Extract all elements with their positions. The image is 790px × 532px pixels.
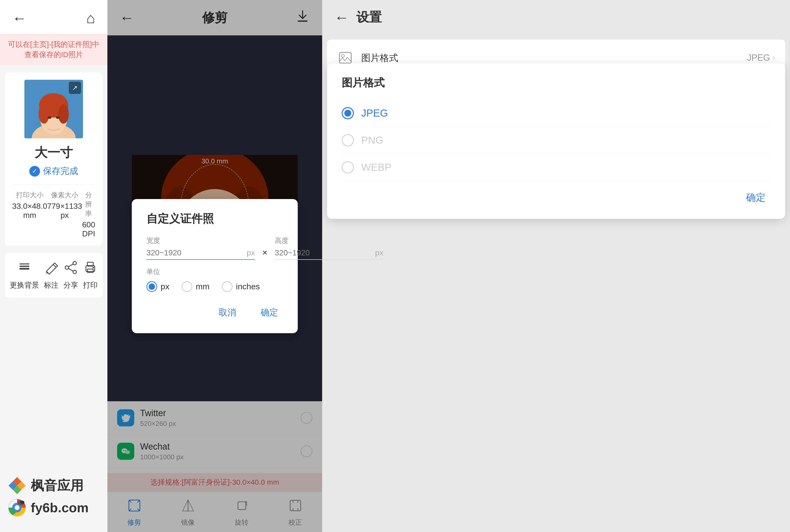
print-label: 打印 <box>83 280 98 290</box>
dialog-cancel-button[interactable]: 取消 <box>214 304 241 321</box>
annotate-label: 标注 <box>44 280 59 290</box>
unit-inches-option[interactable]: inches <box>222 281 260 292</box>
svg-point-13 <box>73 262 76 265</box>
svg-line-16 <box>68 264 73 267</box>
svg-point-6 <box>58 104 69 124</box>
photo-preview-wrap: ↗ <box>24 80 83 138</box>
dialog-dimension-row: 宽度 px × 高度 px <box>146 236 283 260</box>
svg-rect-9 <box>20 268 29 269</box>
svg-point-64 <box>342 54 344 57</box>
format-png-option[interactable]: PNG <box>342 127 770 154</box>
dpi-spec: 分辨率 600 DPI <box>82 190 95 238</box>
svg-point-5 <box>39 104 49 124</box>
svg-point-21 <box>92 267 94 268</box>
svg-rect-20 <box>87 269 93 272</box>
footer-url-text: fy6b.com <box>31 500 89 515</box>
expand-icon[interactable]: ↗ <box>69 82 81 94</box>
svg-point-14 <box>73 270 76 274</box>
unit-mm-radio[interactable] <box>182 281 192 292</box>
share-icon <box>63 260 78 277</box>
unit-inches-radio[interactable] <box>222 281 233 292</box>
svg-point-15 <box>65 266 69 269</box>
format-jpeg-label: JPEG <box>361 107 388 119</box>
dpi-value: 600 DPI <box>82 220 95 238</box>
dialog-confirm-button[interactable]: 确定 <box>256 304 283 321</box>
unit-px-label: px <box>161 282 169 291</box>
photo-card: ↗ 大一寸 ✓ 保存完成 打印大小 33.0×48.0 mm 像素大小 779×… <box>5 73 103 246</box>
print-button[interactable]: 打印 <box>83 260 98 290</box>
svg-rect-10 <box>20 266 29 267</box>
svg-rect-11 <box>20 263 29 265</box>
width-input[interactable] <box>146 248 244 257</box>
unit-mm-option[interactable]: mm <box>182 281 210 292</box>
share-button[interactable]: 分享 <box>63 260 78 290</box>
edit-icon <box>44 260 59 277</box>
right-back-button[interactable]: ← <box>334 9 349 26</box>
dialog-overlay: 自定义证件照 宽度 px × 高度 px <box>107 0 322 532</box>
save-status-text: 保存完成 <box>43 165 78 177</box>
unit-px-radio[interactable] <box>146 281 157 292</box>
height-field: 高度 px <box>275 236 383 260</box>
left-panel: ← ⌂ 可以在[主页]-[我的证件照]中查看保存的ID照片 <box>0 0 107 532</box>
annotate-button[interactable]: 标注 <box>44 260 59 290</box>
print-label: 打印大小 <box>12 190 47 200</box>
pixel-label: 像素大小 <box>47 190 82 200</box>
image-format-label: 图片格式 <box>361 52 747 64</box>
unit-px-option[interactable]: px <box>146 281 169 292</box>
format-ok-button[interactable]: 确定 <box>741 188 770 207</box>
right-panel: ← 设置 图片格式 JPEG › 保存路径 /storage/emulated/… <box>322 0 790 532</box>
format-webp-option[interactable]: WEBP <box>342 154 770 181</box>
action-row: 更换背景 标注 分享 打印 <box>5 253 103 298</box>
middle-panel: ← 修剪 <box>107 0 322 532</box>
unit-inches-label: inches <box>236 282 260 291</box>
format-jpeg-option[interactable]: JPEG <box>342 100 770 127</box>
layers-icon <box>17 260 32 277</box>
footer-url-row: fy6b.com <box>7 498 89 517</box>
width-input-row: px <box>146 248 255 260</box>
svg-point-7 <box>48 116 52 119</box>
unit-mm-label: mm <box>196 282 210 291</box>
save-complete-row: ✓ 保存完成 <box>29 165 78 177</box>
left-back-button[interactable]: ← <box>12 10 27 26</box>
notice-bar: 可以在[主页]-[我的证件照]中查看保存的ID照片 <box>0 34 107 65</box>
unit-options: px mm inches <box>146 281 283 292</box>
home-button[interactable]: ⌂ <box>86 10 95 26</box>
dpi-label: 分辨率 <box>82 190 95 218</box>
right-title-text: 设置 <box>356 9 382 26</box>
format-png-radio[interactable] <box>342 134 354 146</box>
height-label: 高度 <box>275 236 383 245</box>
height-unit: px <box>375 248 383 257</box>
format-webp-label: WEBP <box>361 162 391 173</box>
change-bg-label: 更换背景 <box>10 280 39 290</box>
image-format-value: JPEG <box>747 53 770 63</box>
svg-point-31 <box>20 501 24 504</box>
format-dialog: 图片格式 JPEG PNG WEBP 确定 <box>327 63 785 219</box>
svg-line-17 <box>68 268 73 271</box>
image-format-arrow: › <box>772 53 775 63</box>
format-jpeg-radio[interactable] <box>342 107 354 119</box>
chrome-icon <box>7 498 27 517</box>
notice-text: 可以在[主页]-[我的证件照]中查看保存的ID照片 <box>8 40 99 59</box>
pixel-size-spec: 像素大小 779×1133 px <box>47 190 82 238</box>
dialog-title: 自定义证件照 <box>146 211 283 226</box>
photo-specs: 打印大小 33.0×48.0 mm 像素大小 779×1133 px 分辨率 6… <box>12 185 95 238</box>
width-field: 宽度 px <box>146 236 255 260</box>
unit-label: 单位 <box>146 267 283 277</box>
pixel-value: 779×1133 px <box>47 202 82 220</box>
change-bg-button[interactable]: 更换背景 <box>10 260 39 290</box>
right-header: ← 设置 <box>322 0 790 35</box>
left-header: ← ⌂ <box>0 0 107 34</box>
dimension-separator: × <box>262 236 268 260</box>
format-dialog-actions: 确定 <box>342 188 770 207</box>
left-footer: 枫音应用 fy6b.com <box>7 476 89 517</box>
print-value: 33.0×48.0 mm <box>12 202 47 220</box>
footer-app-name-text: 枫音应用 <box>31 477 84 495</box>
svg-point-8 <box>56 116 60 119</box>
height-input[interactable] <box>275 248 373 257</box>
share-label: 分享 <box>63 280 78 290</box>
format-png-label: PNG <box>361 134 383 146</box>
print-icon <box>83 260 98 277</box>
format-webp-radio[interactable] <box>342 161 354 173</box>
app-logo-icon <box>7 476 27 495</box>
height-input-row: px <box>275 248 383 260</box>
